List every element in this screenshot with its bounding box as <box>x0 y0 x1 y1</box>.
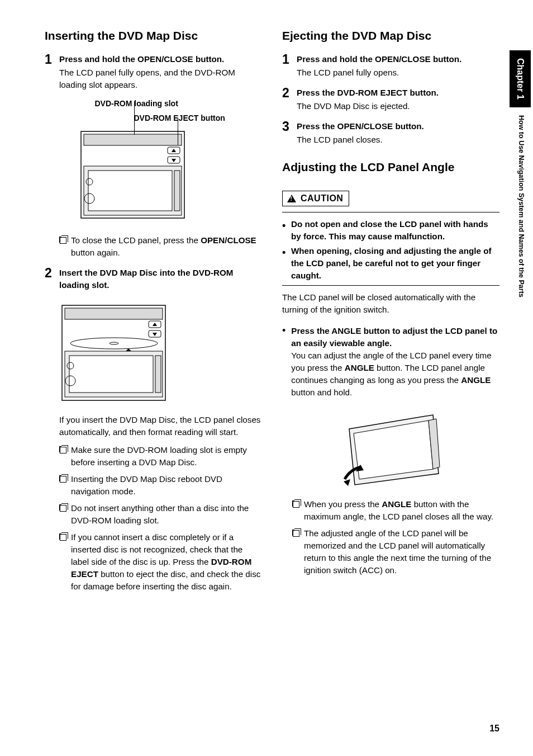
note-bullet-icon <box>59 475 65 481</box>
angle-instruction: • Press the ANGLE button to adjust the L… <box>282 325 499 399</box>
svg-rect-5 <box>88 171 172 211</box>
note-close-panel: To close the LCD panel, press the OPEN/C… <box>59 234 262 259</box>
note-bullet-icon <box>59 237 65 243</box>
step-number: 2 <box>45 267 54 291</box>
caution-box: CAUTION <box>282 191 349 206</box>
caution-item-finger: When opening, closing and adjusting the … <box>282 245 499 282</box>
step-lead: Press and hold the OPEN/CLOSE button. <box>59 54 224 64</box>
illustration-open-panel: DVD-ROM loading slot DVD-ROM EJECT butto… <box>45 99 262 226</box>
insert-step-1: 1 Press and hold the OPEN/CLOSE button. … <box>45 53 262 91</box>
note-reboot: Inserting the DVD Map Disc reboot DVD na… <box>59 473 262 498</box>
step-body-text: The DVD Map Disc is ejected. <box>297 100 499 112</box>
device-angle-icon <box>338 407 444 490</box>
svg-point-14 <box>110 342 118 344</box>
step-lead: Press the DVD-ROM EJECT button. <box>297 88 439 97</box>
step-number: 2 <box>282 87 291 112</box>
step-number: 3 <box>282 120 291 146</box>
left-column: Inserting the DVD Map Disc 1 Press and h… <box>45 28 262 597</box>
divider <box>282 212 499 212</box>
heading-ejecting: Ejecting the DVD Map Disc <box>282 28 499 43</box>
right-column: Ejecting the DVD Map Disc 1 Press and ho… <box>282 28 499 597</box>
step-body-text: The LCD panel fully opens, and the DVD-R… <box>59 67 262 91</box>
note-only-disc: Do not insert anything other than a disc… <box>59 502 262 527</box>
insert-step-2: 2 Insert the DVD Map Disc into the DVD-R… <box>45 267 262 291</box>
callout-loading-slot: DVD-ROM loading slot <box>95 99 235 108</box>
insert-result-text: If you insert the DVD Map Disc, the LCD … <box>59 414 262 438</box>
caution-label: CAUTION <box>301 193 343 204</box>
side-tab: Chapter 1 How to Use Navigation System a… <box>510 50 533 297</box>
device-open-icon <box>78 126 190 226</box>
eject-step-2: 2 Press the DVD-ROM EJECT button.The DVD… <box>282 87 499 112</box>
heading-inserting: Inserting the DVD Map Disc <box>45 28 262 43</box>
svg-rect-1 <box>84 134 182 145</box>
auto-close-text: The LCD panel will be closed automatical… <box>282 291 499 316</box>
step-number: 1 <box>45 53 54 91</box>
callout-eject-button: DVD-ROM EJECT button <box>134 114 235 122</box>
step-lead: Insert the DVD Map Disc into the DVD-ROM… <box>59 268 233 290</box>
device-insert-icon <box>59 300 171 406</box>
note-bullet-icon <box>59 504 65 511</box>
note-bullet-icon <box>292 530 298 536</box>
note-bullet-icon <box>292 500 298 507</box>
illustration-insert-disc <box>45 300 262 406</box>
step-lead: Press the OPEN/CLOSE button. <box>297 121 424 131</box>
note-eject-check: If you cannot insert a disc completely o… <box>59 531 262 593</box>
step-lead: Press and hold the OPEN/CLOSE button. <box>297 54 461 64</box>
chapter-tab: Chapter 1 <box>510 50 531 107</box>
page-number: 15 <box>489 724 499 734</box>
angle-lead: Press the ANGLE button to adjust the LCD… <box>291 326 497 348</box>
note-bullet-icon <box>59 533 65 540</box>
step-body-text: The LCD panel closes. <box>297 134 499 146</box>
angle-note-max: When you press the ANGLE button with the… <box>292 498 499 523</box>
note-slot-empty: Make sure the DVD-ROM loading slot is em… <box>59 444 262 469</box>
heading-adjusting: Adjusting the LCD Panel Angle <box>282 159 499 174</box>
svg-rect-17 <box>155 356 161 393</box>
eject-step-1: 1 Press and hold the OPEN/CLOSE button.T… <box>282 53 499 79</box>
svg-rect-16 <box>69 356 153 393</box>
svg-rect-10 <box>65 308 163 319</box>
step-number: 1 <box>282 53 291 79</box>
section-tab: How to Use Navigation System and Names o… <box>510 107 525 297</box>
warning-icon <box>287 195 296 202</box>
illustration-angle <box>282 407 499 490</box>
step-body-text: The LCD panel fully opens. <box>297 67 499 79</box>
note-bullet-icon <box>59 446 65 452</box>
eject-step-3: 3 Press the OPEN/CLOSE button.The LCD pa… <box>282 120 499 146</box>
bullet-icon: • <box>282 325 285 399</box>
caution-item-force: Do not open and close the LCD panel with… <box>282 218 499 243</box>
svg-rect-6 <box>174 171 180 211</box>
divider <box>282 285 499 286</box>
angle-note-memorize: The adjusted angle of the LCD panel will… <box>292 527 499 577</box>
